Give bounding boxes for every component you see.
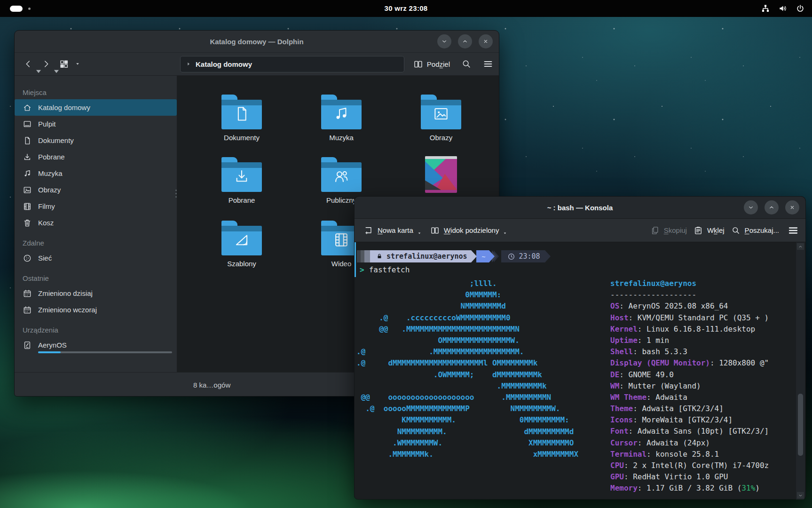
- fastfetch-info-line: Host: KVM/QEMU Standard PC (Q35 + ): [610, 312, 769, 324]
- folder-label: Publiczny: [326, 196, 356, 204]
- sidebar-item-obrazy[interactable]: Obrazy: [15, 182, 177, 198]
- location-bar[interactable]: Katalog domowy: [180, 56, 404, 72]
- top-bar: 30 wrz 23:08: [0, 0, 812, 17]
- sidebar-item-zmieniono-dzisiaj[interactable]: Zmieniono dzisiaj: [15, 285, 177, 302]
- prompt-segment: [357, 250, 361, 262]
- folder-thumbnail[interactable]: [396, 152, 486, 197]
- sidebar-item-pulpit[interactable]: Pulpit: [15, 116, 177, 132]
- paste-button[interactable]: Wklej: [691, 222, 727, 239]
- caret-down-icon: [51, 66, 56, 71]
- back-button[interactable]: [20, 56, 36, 72]
- caret-down-icon[interactable]: [75, 61, 80, 67]
- sidebar-item-label: Pulpit: [38, 120, 56, 128]
- new-tab-button[interactable]: Nowa karta: [361, 222, 416, 239]
- download-icon: [233, 167, 251, 185]
- prompt-segment: [361, 250, 364, 262]
- power-icon[interactable]: [796, 4, 805, 13]
- sidebar-item-muzyka[interactable]: Muzyka: [15, 165, 177, 182]
- menu-icon[interactable]: [483, 59, 493, 69]
- command-line: > fastfetch: [360, 265, 410, 274]
- search-icon[interactable]: [461, 59, 472, 69]
- image-icon: [432, 105, 450, 123]
- folder-szablony[interactable]: Szablony: [197, 216, 286, 268]
- fastfetch-info-line: Terminal: konsole 25.8.1: [610, 449, 769, 460]
- find-button[interactable]: Poszukaj...: [728, 222, 782, 239]
- fastfetch-info-line: Font: Adwaita Sans (10pt) [GTK2/3/]: [610, 426, 769, 437]
- status-text: 8 ka…ogów: [193, 381, 230, 389]
- caret-down-icon[interactable]: [417, 231, 422, 236]
- caret-down-icon[interactable]: [503, 231, 507, 236]
- places-panel: MiejscaKatalog domowyPulpitDokumentyPobr…: [15, 76, 177, 372]
- forward-button[interactable]: [38, 56, 54, 72]
- close-button[interactable]: [479, 34, 493, 48]
- fastfetch-info-line: Uptime: 1 min: [610, 335, 769, 346]
- download-icon: [23, 152, 32, 162]
- scroll-up-button[interactable]: [797, 243, 804, 250]
- prompt-user-segment: strefalinux@aerynos: [370, 250, 471, 262]
- folder-obrazy[interactable]: Obrazy: [396, 90, 486, 142]
- copy-button[interactable]: Skopiuj: [647, 222, 690, 239]
- scroll-down-button[interactable]: [797, 492, 804, 499]
- sidebar-section: ZdalneSieć: [15, 236, 177, 266]
- maximize-button[interactable]: [458, 34, 472, 48]
- dolphin-titlebar[interactable]: Katalog domowy — Dolphin: [15, 31, 499, 53]
- sidebar-item-kosz[interactable]: Kosz: [15, 214, 177, 231]
- close-button[interactable]: [785, 200, 799, 214]
- network-icon[interactable]: [761, 4, 770, 13]
- sidebar-item-dokumenty[interactable]: Dokumenty: [15, 132, 177, 149]
- konsole-titlebar[interactable]: ~ : bash — Konsola: [355, 197, 805, 219]
- folder-dokumenty[interactable]: Dokumenty: [197, 90, 286, 142]
- split-view-button[interactable]: Widok podzielony: [427, 222, 502, 239]
- fastfetch-info-line: Icons: MoreWaita [GTK2/3/4]: [610, 414, 769, 426]
- fastfetch-ascii-art: ;llll. 0MMMMMM: NMMMMMMMMd .@ .ccccccccc…: [356, 278, 578, 460]
- powerline-arrow: [545, 250, 551, 262]
- volume-icon[interactable]: [778, 4, 788, 13]
- toolbar-button-label: Poszukaj...: [745, 226, 779, 234]
- scrollbar-thumb[interactable]: [798, 394, 803, 456]
- menu-icon[interactable]: [788, 225, 799, 236]
- konsole-toolbar: Nowa kartaWidok podzielonySkopiujWklejPo…: [355, 219, 805, 242]
- minimize-button[interactable]: [437, 34, 451, 48]
- fastfetch-info-line: DE: GNOME 49.0: [610, 369, 769, 381]
- clock[interactable]: 30 wrz 23:08: [0, 0, 812, 17]
- chevron-right-icon: [41, 59, 51, 69]
- close-icon: [788, 204, 796, 211]
- desktop: 30 wrz 23:08 Katalog domowy — Dolphin: [0, 0, 812, 508]
- sidebar-item-label: Dokumenty: [38, 136, 74, 144]
- sidebar-item-zmieniono-wczoraj[interactable]: Zmieniono wczoraj: [15, 302, 177, 318]
- sidebar-item-pobrane[interactable]: Pobrane: [15, 149, 177, 165]
- document-icon: [23, 136, 32, 145]
- paste-icon: [694, 226, 703, 235]
- typed-command: fastfetch: [369, 265, 410, 274]
- breadcrumb[interactable]: Katalog domowy: [196, 60, 252, 68]
- split-view-button[interactable]: Podziel: [413, 59, 450, 69]
- sidebar-section: OstatnieZmieniono dzisiajZmieniono wczor…: [15, 271, 177, 318]
- fastfetch-info-line: WM: Mutter (Wayland): [610, 381, 769, 392]
- folder-pobrane[interactable]: Pobrane: [197, 152, 286, 204]
- toolbar-button-label: Nowa karta: [378, 226, 413, 234]
- sidebar-item-filmy[interactable]: Filmy: [15, 198, 177, 214]
- image-icon: [23, 185, 32, 195]
- fastfetch-info-line: Theme: Adwaita [GTK2/3/4]: [610, 403, 769, 414]
- scrollbar[interactable]: [796, 242, 805, 500]
- sidebar-section-title: Urządzenia: [15, 323, 177, 337]
- minimize-icon: [441, 38, 448, 45]
- view-mode-button[interactable]: [56, 56, 72, 72]
- sidebar-item-label: Obrazy: [38, 186, 61, 194]
- maximize-button[interactable]: [765, 200, 779, 214]
- maximize-icon: [768, 204, 775, 211]
- fastfetch-info: strefalinux@aerynos-------------------OS…: [610, 278, 769, 494]
- folder-icon: [221, 157, 262, 192]
- sidebar-item-katalog-domowy[interactable]: Katalog domowy: [15, 99, 177, 116]
- folder-muzyka[interactable]: Muzyka: [297, 90, 386, 142]
- sidebar-item-label: Filmy: [38, 202, 55, 210]
- chevron-down-icon: [798, 493, 803, 498]
- breadcrumb-arrow-icon: [185, 61, 192, 67]
- fastfetch-info-line: Shell: bash 5.3.3: [610, 346, 769, 357]
- minimize-button[interactable]: [744, 200, 758, 214]
- sidebar-item-aerynos[interactable]: AerynOS: [15, 337, 177, 353]
- terminal[interactable]: strefalinux@aerynos ~ 23:08 > fastfetch: [355, 242, 805, 500]
- folder-label: Wideo: [331, 260, 352, 268]
- sidebar-item-sieć[interactable]: Sieć: [15, 250, 177, 266]
- konsole-window-title: ~ : bash — Konsola: [547, 204, 613, 212]
